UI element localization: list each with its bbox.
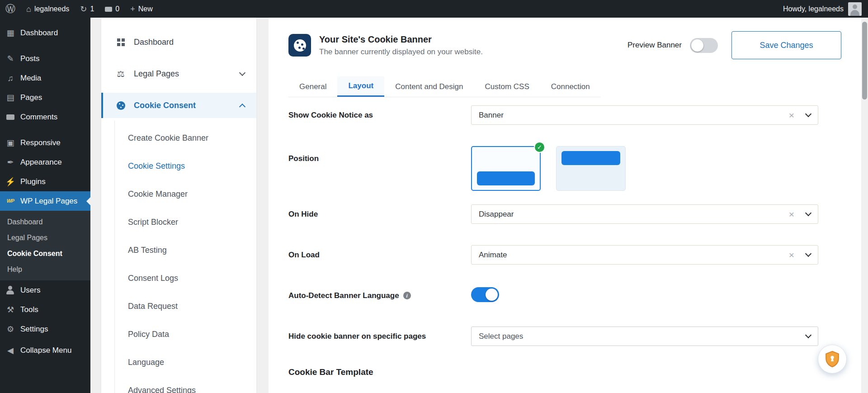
save-changes-button[interactable]: Save Changes <box>731 31 841 59</box>
submenu-item-cookie-consent[interactable]: Cookie Consent <box>0 246 90 261</box>
sidebar-item-posts[interactable]: ✎ Posts <box>0 49 90 68</box>
sidebar-item-plugins[interactable]: ⚡ Plugins <box>0 172 90 191</box>
sidebar-item-comments[interactable]: Comments <box>0 107 90 127</box>
position-option-banner-bottom[interactable]: ✓ <box>471 146 541 191</box>
main-content: Your Site's Cookie Banner The banner cur… <box>269 18 861 393</box>
submenu-item-label: Dashboard <box>7 218 42 226</box>
chevron-down-icon[interactable] <box>805 251 811 257</box>
howdy-account-menu[interactable]: Howdy, legalneeds <box>783 5 844 13</box>
tab-general[interactable]: General <box>288 76 337 97</box>
wp-admin-sidebar: ▦ Dashboard ✎ Posts ♫ Media ▤ Pages Comm… <box>0 18 90 393</box>
tab-custom-css[interactable]: Custom CSS <box>474 76 540 97</box>
submenu-item-dashboard[interactable]: Dashboard <box>0 214 90 230</box>
plugin-subnav-language[interactable]: Language <box>101 348 256 376</box>
new-content-menu[interactable]: + New <box>125 0 158 18</box>
show-cookie-notice-select[interactable]: Banner × <box>471 105 818 125</box>
submenu-item-label: Help <box>7 265 22 274</box>
plugin-subnav-cookie-settings[interactable]: Cookie Settings <box>101 152 256 180</box>
plugin-subnav-script-blocker[interactable]: Script Blocker <box>101 208 256 236</box>
collapse-menu-button[interactable]: ◀ Collapse Menu <box>0 341 90 360</box>
sidebar-separator <box>0 43 90 49</box>
submenu-item-legal-pages[interactable]: Legal Pages <box>0 230 90 246</box>
chevron-up-icon <box>239 103 245 109</box>
help-floating-button[interactable] <box>818 345 847 374</box>
tab-content-and-design[interactable]: Content and Design <box>384 76 474 97</box>
plugin-nav-dashboard[interactable]: Dashboard <box>101 29 256 55</box>
tab-layout[interactable]: Layout <box>337 76 384 97</box>
check-icon: ✓ <box>534 142 545 153</box>
updates-menu[interactable]: ↻ 1 <box>75 0 99 18</box>
clear-icon[interactable]: × <box>789 250 794 260</box>
comments-count: 0 <box>115 5 119 13</box>
avatar[interactable] <box>848 2 862 16</box>
plugin-nav-label: Dashboard <box>134 38 245 47</box>
chevron-down-icon[interactable] <box>805 210 811 216</box>
gavel-icon: ⚖ <box>115 69 127 79</box>
sidebar-item-users[interactable]: Users <box>0 280 90 300</box>
chevron-down-icon[interactable] <box>805 332 811 338</box>
site-name: legalneeds <box>34 5 69 13</box>
sidebar-item-pages[interactable]: ▤ Pages <box>0 88 90 107</box>
on-load-label: On Load <box>288 251 471 260</box>
scrollbar[interactable] <box>861 18 868 393</box>
chevron-down-icon[interactable] <box>805 111 811 117</box>
cookie-bar-template-heading: Cookie Bar Template <box>288 367 841 377</box>
sidebar-item-media[interactable]: ♫ Media <box>0 68 90 88</box>
scrollbar-thumb[interactable] <box>862 22 867 99</box>
hide-banner-pages-select[interactable]: Select pages <box>471 327 818 346</box>
submenu-item-help[interactable]: Help <box>0 261 90 277</box>
sidebar-item-label: Plugins <box>20 177 46 186</box>
sidebar-item-wp-legal-pages[interactable]: WP WP Legal Pages <box>0 191 90 211</box>
plugin-subnav-create-cookie-banner[interactable]: Create Cookie Banner <box>101 124 256 152</box>
selected-value: Disappear <box>479 210 514 219</box>
posts-icon: ✎ <box>5 55 16 63</box>
clear-icon[interactable]: × <box>789 110 794 120</box>
new-label: New <box>138 5 153 13</box>
on-load-select[interactable]: Animate × <box>471 245 818 265</box>
tools-icon: ⚒ <box>5 306 16 314</box>
selected-value: Animate <box>479 251 507 260</box>
sidebar-item-dashboard[interactable]: ▦ Dashboard <box>0 23 90 43</box>
chevron-down-icon <box>239 70 245 76</box>
grid-icon <box>115 38 127 46</box>
plugin-subnav-policy-data[interactable]: Policy Data <box>101 320 256 348</box>
sidebar-item-label: Responsive <box>20 138 61 147</box>
site-name-menu[interactable]: ⌂ legalneeds <box>21 0 75 18</box>
plugin-subnav-consent-logs[interactable]: Consent Logs <box>101 264 256 292</box>
position-label: Position <box>288 154 471 163</box>
tab-connection[interactable]: Connection <box>540 76 601 97</box>
position-option-banner-top[interactable] <box>556 146 626 191</box>
sidebar-item-settings[interactable]: ⚙ Settings <box>0 319 90 339</box>
plugin-nav-cookie-consent[interactable]: Cookie Consent <box>101 93 256 118</box>
plugin-subnav-cookie-manager[interactable]: Cookie Manager <box>101 180 256 208</box>
clear-icon[interactable]: × <box>789 209 794 219</box>
plugin-subnav-ab-testing[interactable]: AB Testing <box>101 236 256 264</box>
plugin-subnav-label: Consent Logs <box>128 274 178 283</box>
plugin-subnav-data-request[interactable]: Data Request <box>101 292 256 320</box>
auto-detect-language-toggle[interactable] <box>471 287 499 302</box>
preview-banner-label: Preview Banner <box>627 41 682 50</box>
plugin-subnav-label: Policy Data <box>128 330 169 339</box>
sidebar-item-label: Users <box>20 286 40 295</box>
wordpress-logo-icon: Ⓦ <box>5 4 15 14</box>
comments-menu[interactable]: 0 <box>99 0 125 18</box>
cookie-banner-logo-icon <box>288 34 311 57</box>
info-icon[interactable]: i <box>403 292 411 299</box>
selected-value: Select pages <box>479 332 523 341</box>
plugin-subnav-label: Data Request <box>128 302 178 311</box>
page-header: Your Site's Cookie Banner The banner cur… <box>288 31 841 59</box>
home-icon: ⌂ <box>26 5 31 13</box>
plugin-nav-legal-pages[interactable]: ⚖ Legal Pages <box>101 61 256 86</box>
media-icon: ♫ <box>5 74 16 82</box>
admin-bar: Ⓦ ⌂ legalneeds ↻ 1 0 + New Howdy, legaln… <box>0 0 868 18</box>
page-title: Your Site's Cookie Banner <box>319 34 483 45</box>
wordpress-menu[interactable]: Ⓦ <box>0 0 21 18</box>
sidebar-item-responsive[interactable]: ▣ Responsive <box>0 133 90 152</box>
plugin-subnav-advanced-settings[interactable]: Advanced Settings <box>101 376 256 393</box>
selected-value: Banner <box>479 111 504 120</box>
auto-detect-label-text: Auto-Detect Banner Language <box>288 291 399 300</box>
preview-banner-toggle[interactable] <box>690 38 718 53</box>
sidebar-item-appearance[interactable]: ✒ Appearance <box>0 152 90 172</box>
on-hide-select[interactable]: Disappear × <box>471 204 818 224</box>
sidebar-item-tools[interactable]: ⚒ Tools <box>0 300 90 319</box>
